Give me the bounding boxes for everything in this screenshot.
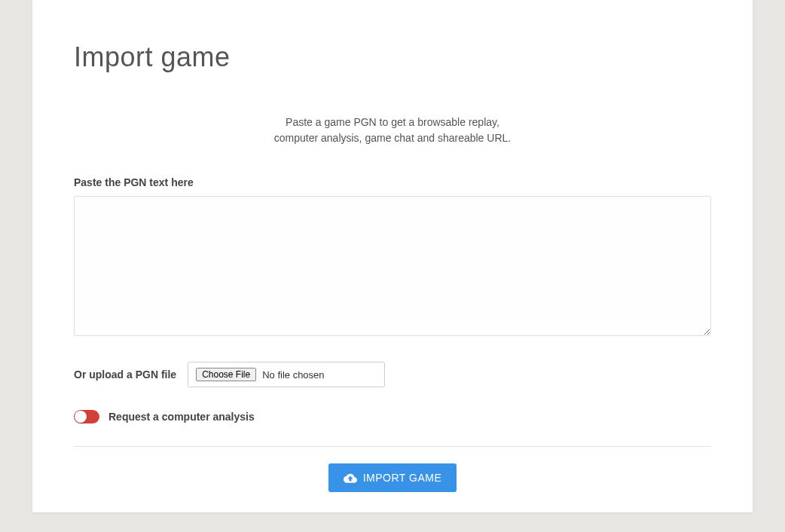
import-game-button-label: IMPORT GAME [363,472,442,484]
pgn-text-label: Paste the PGN text here [74,176,711,188]
toggle-knob [75,411,87,423]
submit-row: IMPORT GAME [74,463,711,492]
import-game-button[interactable]: IMPORT GAME [328,463,457,492]
description-block: Paste a game PGN to get a browsable repl… [74,115,711,146]
cloud-upload-icon [344,472,357,483]
analysis-toggle[interactable] [74,410,99,423]
form-divider [74,446,711,447]
analysis-toggle-row: Request a computer analysis [74,410,711,423]
import-game-card: Import game Paste a game PGN to get a br… [32,0,753,512]
description-line-2: computer analysis, game chat and shareab… [74,130,711,146]
upload-label: Or upload a PGN file [74,368,176,381]
file-input[interactable]: Choose File No file chosen [188,362,385,387]
pgn-text-group: Paste the PGN text here [74,176,711,339]
page-title: Import game [74,41,711,73]
pgn-textarea[interactable] [74,196,711,336]
upload-row: Or upload a PGN file Choose File No file… [74,362,711,387]
analysis-toggle-label: Request a computer analysis [108,411,255,423]
file-status-text: No file chosen [262,369,324,381]
description-line-1: Paste a game PGN to get a browsable repl… [74,115,711,130]
choose-file-button[interactable]: Choose File [196,368,256,381]
